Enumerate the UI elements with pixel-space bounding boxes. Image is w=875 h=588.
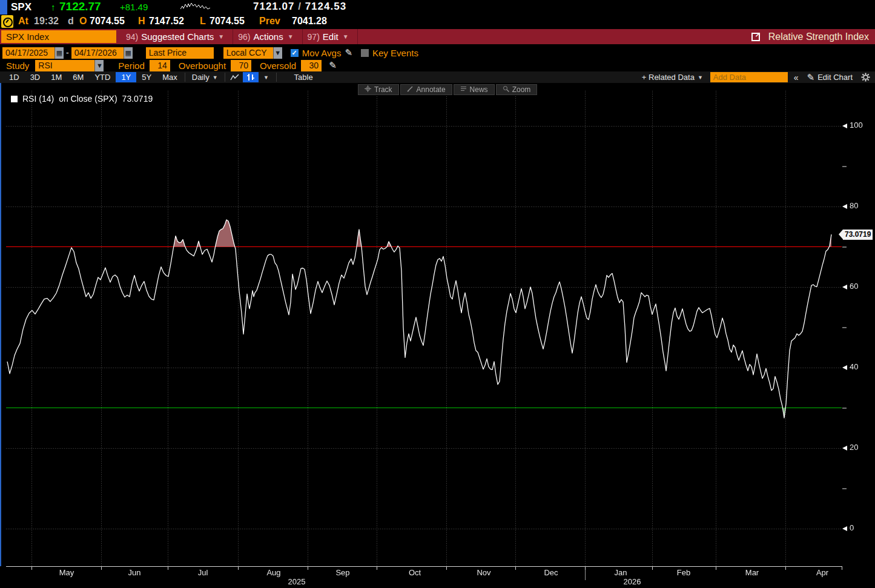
rsi-chart-canvas[interactable] (0, 83, 875, 588)
toolbar-right-tools: + Related Data ▼ Add Data « ✎ Edit Chart (637, 71, 875, 84)
overlay-button-label: Track (374, 85, 392, 94)
date-from-input[interactable]: 04/17/2025 (2, 47, 54, 59)
chevron-down-icon: ▼ (343, 33, 349, 40)
range-tab-6m[interactable]: 6M (67, 72, 89, 82)
calendar-icon[interactable]: ▦ (54, 47, 64, 59)
key-events-checkbox[interactable] (361, 49, 369, 57)
prev-price: 7041.28 (292, 16, 327, 27)
key-events-label[interactable]: Key Events (372, 48, 418, 58)
annotate-button[interactable]: Annotate (400, 84, 452, 95)
news-button[interactable]: News (454, 84, 495, 95)
chart-legend[interactable]: RSI (14) on Close (SPX) 73.0719 (11, 94, 153, 104)
range-tab-max[interactable]: Max (157, 72, 183, 82)
page-title: Relative Strength Index (768, 31, 869, 42)
period-input[interactable]: 14 (150, 60, 170, 71)
last-price: 7122.77 (59, 0, 101, 13)
mov-avgs-checkbox[interactable]: ✓ (291, 49, 299, 57)
price-source-select[interactable]: Last Price (146, 47, 214, 59)
bid-price: 7121.07 (253, 1, 294, 12)
ask-price: 7124.53 (305, 1, 346, 12)
related-data-button[interactable]: + Related Data ▼ (637, 72, 708, 82)
bar-chart-type-button[interactable] (243, 72, 259, 82)
frequency-value: Daily (192, 73, 210, 82)
quote-time: 19:32 (34, 16, 59, 27)
range-tab-5y[interactable]: 5Y (136, 72, 157, 82)
y-axis-tick-label: 20 (850, 443, 858, 452)
edit-study-icon[interactable]: ✎ (329, 60, 337, 71)
range-tab-3d[interactable]: 3D (25, 72, 46, 82)
chevron-down-icon[interactable]: ▼ (94, 60, 104, 71)
range-tab-1y[interactable]: 1Y (116, 72, 136, 82)
magnifier-icon (503, 85, 509, 94)
collapse-panel-button[interactable]: « (790, 73, 802, 82)
overlay-button-label: Zoom (512, 85, 531, 94)
line-chart-type-button[interactable] (227, 72, 243, 82)
edit-mov-avgs-icon[interactable]: ✎ (345, 47, 352, 58)
legend-basis: on Close (SPX) (59, 94, 117, 104)
security-input[interactable]: SPX Index (1, 30, 116, 43)
study-select[interactable]: RSI (35, 60, 94, 71)
panel-tab-indicator[interactable] (0, 0, 7, 15)
menu-item-suggested-charts[interactable]: 94)Suggested Charts▼ (121, 29, 233, 44)
track-button[interactable]: Track (358, 84, 399, 95)
range-tab-ytd[interactable]: YTD (89, 72, 116, 82)
x-axis-month-label: Aug (266, 568, 280, 577)
low-price: 7074.55 (210, 16, 245, 27)
menu-items: 94)Suggested Charts▼96)Actions▼97)Edit▼ (121, 29, 358, 44)
chart-settings-row: 04/17/2025 ▦ - 04/17/2026 ▦ Last Price L… (0, 46, 875, 59)
x-axis-month-label: May (59, 568, 74, 577)
export-icon[interactable]: ↗ (751, 33, 760, 41)
menu-item-number: 97) (308, 32, 320, 42)
frequency-select[interactable]: Daily ▼ (187, 72, 223, 82)
high-price: 7147.52 (149, 16, 184, 27)
mov-avgs-label[interactable]: Mov Avgs (302, 48, 342, 58)
session-flag: d (68, 16, 74, 27)
series-swatch[interactable] (11, 96, 18, 102)
calendar-icon[interactable]: ▦ (124, 47, 133, 59)
study-label: Study (6, 61, 29, 71)
x-axis-month-label: Oct (409, 568, 421, 577)
bid-ask-quote: 7121.07 / 7124.53 (253, 1, 346, 13)
range-tab-1d[interactable]: 1D (4, 72, 25, 82)
add-data-input[interactable]: Add Data (710, 72, 788, 82)
x-axis-month-label: Jul (198, 568, 208, 577)
legend-value: 73.0719 (122, 94, 153, 104)
overlay-button-label: News (470, 85, 488, 94)
x-axis-month-label: Sep (335, 568, 349, 577)
menu-item-actions[interactable]: 96)Actions▼ (233, 29, 302, 44)
low-label: L (200, 16, 206, 27)
chart-type-dropdown[interactable]: ▼ (259, 72, 274, 82)
oversold-input[interactable]: 30 (301, 60, 322, 71)
chevron-down-icon[interactable]: ▼ (273, 47, 282, 59)
oversold-label: Oversold (260, 61, 296, 71)
currency-select[interactable]: Local CCY (223, 47, 273, 59)
edit-chart-label: Edit Chart (817, 73, 853, 82)
menu-item-label: Edit (323, 31, 338, 42)
y-axis-tick-label: 100 (850, 121, 863, 130)
chevron-down-icon: ▼ (288, 33, 294, 40)
table-button[interactable]: Table (289, 72, 318, 82)
chevron-down-icon: ▼ (698, 74, 703, 81)
chart-title-wrap: ↗ Relative Strength Index (751, 29, 869, 44)
period-label: Period (118, 61, 144, 71)
bar-chart-icon (246, 73, 255, 81)
ticker-symbol: SPX (11, 1, 31, 13)
chevron-down-icon: ▼ (263, 74, 269, 81)
y-axis-tick-label: 60 (850, 282, 858, 291)
crosshair-icon (365, 85, 371, 94)
menu-item-label: Suggested Charts (141, 31, 214, 42)
open-price: 7074.55 (90, 16, 125, 27)
at-label: At (18, 16, 28, 27)
quote-row: SPX ↑ 7122.77 +81.49 7121.07 / 7124.53 (0, 0, 875, 15)
overbought-input[interactable]: 70 (231, 60, 251, 71)
date-range-separator: - (66, 48, 69, 58)
zoom-button[interactable]: Zoom (496, 84, 538, 95)
settings-gear-button[interactable] (861, 73, 870, 82)
date-to-input[interactable]: 04/17/2026 (71, 47, 124, 59)
range-tab-1m[interactable]: 1M (45, 72, 67, 82)
market-clock-icon[interactable] (1, 15, 13, 28)
menu-item-edit[interactable]: 97)Edit▼ (303, 29, 358, 44)
edit-chart-button[interactable]: ✎ Edit Chart (802, 71, 857, 84)
high-label: H (138, 16, 145, 27)
y-axis-tick-label: 0 (850, 523, 854, 532)
